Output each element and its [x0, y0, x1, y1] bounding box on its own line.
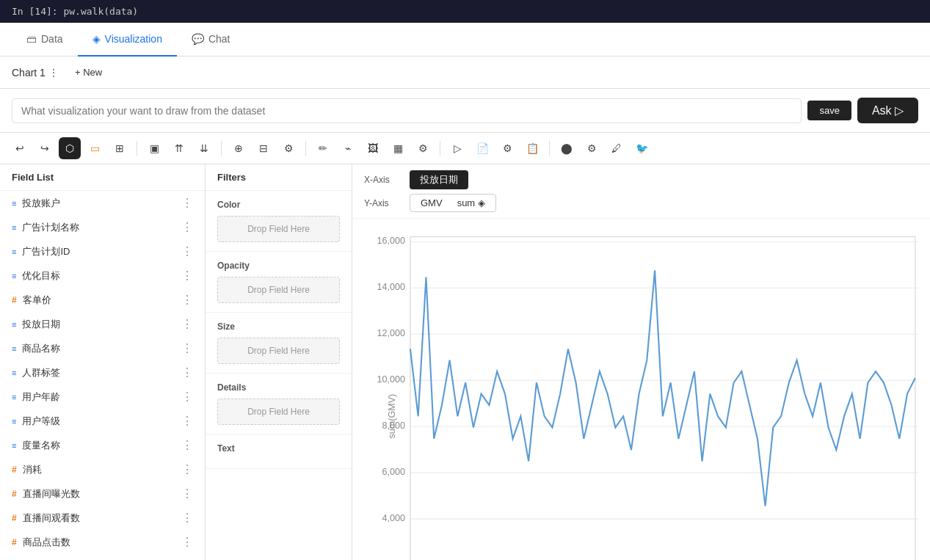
- chart-header: Chart 1 ⋮ + New: [0, 57, 930, 89]
- bird-button[interactable]: 🐦: [631, 137, 653, 159]
- filter-section-details: Details Drop Field Here: [206, 374, 352, 434]
- tab-data[interactable]: 🗃 Data: [12, 23, 78, 57]
- tab-bar: 🗃 Data ◈ Visualization 💬 Chat: [0, 23, 930, 57]
- list-item[interactable]: ≡ 用户年龄 ⋮: [0, 385, 205, 409]
- field-menu-icon[interactable]: ⋮: [181, 438, 193, 452]
- field-menu-icon[interactable]: ⋮: [181, 487, 193, 501]
- list-item[interactable]: # 消耗 ⋮: [0, 457, 205, 481]
- chart-title-dots[interactable]: ⋮: [48, 67, 59, 79]
- list-item[interactable]: ≡ 广告计划名称 ⋮: [0, 215, 205, 239]
- list-item[interactable]: # 直播间观看数 ⋮: [0, 506, 205, 530]
- field-name: 用户年龄: [22, 390, 175, 404]
- y-axis-value-text: GMV: [421, 197, 443, 208]
- draw-button[interactable]: ✏: [312, 137, 334, 159]
- list-item[interactable]: # 商品点击数 ⋮: [0, 530, 205, 554]
- toolbar-separator-1: [137, 141, 137, 156]
- field-name: 直播间观看数: [23, 512, 175, 525]
- rectangle-button[interactable]: ▭: [84, 137, 106, 159]
- field-type-icon: ≡: [12, 223, 16, 232]
- drop-zone-details[interactable]: Drop Field Here: [217, 399, 340, 425]
- field-name: 投放日期: [22, 318, 175, 331]
- list-item[interactable]: ≡ 投放账户 ⋮: [0, 191, 205, 215]
- pen-button[interactable]: 🖊: [606, 137, 628, 159]
- drop-zone-size[interactable]: Drop Field Here: [217, 338, 340, 364]
- field-menu-icon[interactable]: ⋮: [181, 341, 193, 355]
- gear-button[interactable]: ⚙: [412, 137, 434, 159]
- field-name: 投放账户: [22, 197, 175, 210]
- filters-header: Filters: [206, 164, 352, 191]
- wand-button[interactable]: ⌁: [337, 137, 359, 159]
- field-name: 商品名称: [22, 342, 175, 355]
- list-item[interactable]: ≡ 优化目标 ⋮: [0, 263, 205, 288]
- ask-button[interactable]: Ask ▷: [857, 98, 918, 123]
- drop-zone-opacity[interactable]: Drop Field Here: [217, 277, 340, 303]
- list-item[interactable]: ≡ 商品名称 ⋮: [0, 336, 205, 360]
- y-axis-value[interactable]: GMV sum ◈: [410, 194, 496, 212]
- layers-button[interactable]: ⊞: [109, 137, 131, 159]
- arrow-down-button[interactable]: ⇊: [193, 137, 215, 159]
- field-name: 度量名称: [22, 439, 175, 452]
- field-menu-icon[interactable]: ⋮: [181, 293, 193, 307]
- svg-rect-19: [410, 236, 915, 560]
- frame-button[interactable]: ▣: [143, 137, 165, 159]
- settings-button[interactable]: ⚙: [277, 137, 299, 159]
- field-menu-icon[interactable]: ⋮: [181, 244, 193, 258]
- field-menu-icon[interactable]: ⋮: [181, 317, 193, 331]
- doc2-button[interactable]: 📋: [521, 137, 543, 159]
- list-item[interactable]: ≡ 投放日期 ⋮: [0, 312, 205, 336]
- field-menu-icon[interactable]: ⋮: [181, 414, 193, 428]
- tab-chat[interactable]: 💬 Chat: [177, 23, 245, 57]
- field-menu-icon[interactable]: ⋮: [181, 196, 193, 210]
- line-chart: 16,000 14,000 12,000 10,000 8,000 6,000 …: [364, 230, 918, 560]
- field-menu-icon[interactable]: ⋮: [181, 535, 193, 549]
- field-type-icon: ≡: [12, 344, 16, 353]
- image-button[interactable]: 🖼: [362, 137, 384, 159]
- arrow-up-button[interactable]: ⇈: [168, 137, 190, 159]
- redo-button[interactable]: ↪: [34, 137, 56, 159]
- svg-text:12,000: 12,000: [377, 328, 404, 338]
- table-button[interactable]: ▦: [387, 137, 409, 159]
- svg-text:16,000: 16,000: [377, 236, 404, 246]
- new-chart-button[interactable]: + New: [68, 64, 109, 81]
- filter-section-title: Details: [217, 382, 340, 393]
- field-type-icon: ≡: [12, 320, 16, 329]
- list-item[interactable]: ≡ 人群标签 ⋮: [0, 360, 205, 385]
- tab-visualization[interactable]: ◈ Visualization: [78, 23, 177, 57]
- cube-button[interactable]: ⬡: [59, 137, 81, 159]
- node-button[interactable]: ⬤: [556, 137, 578, 159]
- chart-container: 16,000 14,000 12,000 10,000 8,000 6,000 …: [352, 219, 930, 560]
- grid-button[interactable]: ⊟: [253, 137, 275, 159]
- field-menu-icon[interactable]: ⋮: [181, 390, 193, 404]
- field-menu-icon[interactable]: ⋮: [181, 511, 193, 525]
- tab-data-label: Data: [41, 33, 63, 45]
- axis-config: X-Axis 投放日期 Y-Axis GMV sum ◈: [352, 164, 930, 219]
- node-settings-button[interactable]: ⚙: [581, 137, 603, 159]
- field-menu-icon[interactable]: ⋮: [181, 220, 193, 234]
- field-menu-icon[interactable]: ⋮: [181, 269, 193, 283]
- svg-text:4,000: 4,000: [382, 513, 404, 523]
- save-button[interactable]: save: [807, 101, 851, 120]
- field-name: 优化目标: [22, 269, 175, 283]
- filter-section-color: Color Drop Field Here: [206, 191, 352, 252]
- zoom-button[interactable]: ⊕: [228, 137, 250, 159]
- x-axis-value[interactable]: 投放日期: [410, 170, 468, 189]
- field-menu-icon[interactable]: ⋮: [181, 462, 193, 476]
- list-item[interactable]: # 客单价 ⋮: [0, 288, 205, 312]
- field-name: 广告计划ID: [22, 245, 175, 258]
- y-axis-agg[interactable]: sum ◈: [457, 197, 485, 208]
- list-item[interactable]: ≡ 用户等级 ⋮: [0, 409, 205, 433]
- field-menu-icon[interactable]: ⋮: [181, 366, 193, 379]
- list-item[interactable]: # 直播间曝光数 ⋮: [0, 481, 205, 506]
- undo-button[interactable]: ↩: [9, 137, 31, 159]
- filter-sections: Color Drop Field Here Opacity Drop Field…: [206, 191, 352, 469]
- list-item[interactable]: ≡ 度量名称 ⋮: [0, 433, 205, 457]
- svg-text:10,000: 10,000: [377, 374, 404, 385]
- play-button[interactable]: ▷: [446, 137, 468, 159]
- drop-zone-color[interactable]: Drop Field Here: [217, 216, 340, 242]
- list-item[interactable]: ≡ 广告计划ID ⋮: [0, 239, 205, 263]
- field-type-icon: ≡: [12, 417, 16, 426]
- visualization-search-input[interactable]: [12, 98, 802, 123]
- doc-button[interactable]: 📄: [471, 137, 493, 159]
- settings2-button[interactable]: ⚙: [496, 137, 518, 159]
- field-type-icon: ≡: [12, 441, 16, 450]
